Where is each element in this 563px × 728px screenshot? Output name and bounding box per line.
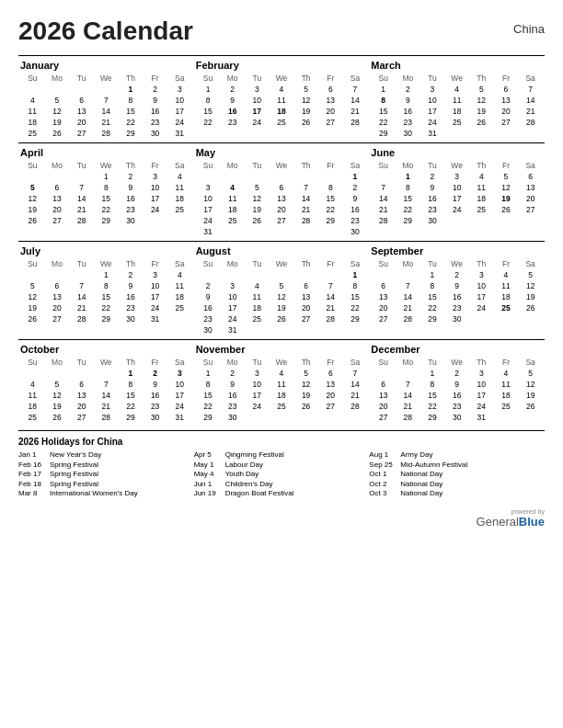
month-october: October SuMoTuWeThFrSa 123 45678910 1112… xyxy=(18,344,194,423)
brand-label: GeneralBlue xyxy=(477,515,545,529)
holidays-col-1: Jan 1New Year's Day Feb 16Spring Festiva… xyxy=(18,450,194,499)
calendars-grid: January SuMoTuWeThFrSa 123 45678910 1112… xyxy=(18,55,545,427)
list-item: Jun 19Dragon Boat Festival xyxy=(194,489,370,497)
months-row-3: July SuMoTuWeThFrSa 1234 567891011 12131… xyxy=(18,241,545,339)
month-april: April SuMoTuWeThFrSa 1234 567891011 1213… xyxy=(18,147,194,237)
list-item: Aug 1Army Day xyxy=(369,450,545,459)
month-august: August SuMoTuWeThFrSa 1 2345678 91011121… xyxy=(194,245,370,336)
months-row-2: April SuMoTuWeThFrSa 1234 567891011 1213… xyxy=(18,142,545,241)
months-row-1: January SuMoTuWeThFrSa 123 45678910 1112… xyxy=(18,55,545,142)
month-may: May SuMoTuWeThFrSa 1 3456782 10111213141… xyxy=(194,147,370,237)
month-november: November SuMoTuWeThFrSa 1234567 89101112… xyxy=(194,344,370,423)
powered-by-label: powered by xyxy=(477,508,545,515)
page-title: 2026 Calendar xyxy=(18,17,193,46)
holidays-col-2: Apr 5Qingming Festival May 1Labour Day M… xyxy=(194,450,370,499)
brand-blue: Blue xyxy=(519,515,545,529)
list-item: Jan 1New Year's Day xyxy=(18,450,194,459)
list-item: Apr 5Qingming Festival xyxy=(194,450,370,459)
month-march: March SuMoTuWeThFrSa 1234567 89101112131… xyxy=(369,60,545,139)
month-january: January SuMoTuWeThFrSa 123 45678910 1112… xyxy=(18,60,194,139)
month-february: February SuMoTuWeThFrSa 1234567 89101112… xyxy=(194,60,370,139)
holidays-col-3: Aug 1Army Day Sep 25Mid-Autumn Festival … xyxy=(369,450,545,499)
list-item: Oct 1National Day xyxy=(369,470,545,478)
holidays-section: 2026 Holidays for China Jan 1New Year's … xyxy=(18,430,545,499)
brand-general: General xyxy=(477,515,519,529)
month-december: December SuMoTuWeThFrSa 12345 6789101112… xyxy=(369,344,545,423)
month-september: September SuMoTuWeThFrSa 12345 678910111… xyxy=(369,245,545,336)
list-item: Jun 1Children's Day xyxy=(194,480,370,488)
list-item: Feb 17Spring Festival xyxy=(18,470,194,478)
country-label: China xyxy=(513,22,545,36)
list-item: Mar 8International Women's Day xyxy=(18,489,194,497)
list-item: Sep 25Mid-Autumn Festival xyxy=(369,461,545,469)
list-item: May 1Labour Day xyxy=(194,461,370,469)
month-june: June SuMoTuWeThFrSa 123456 78910111213 1… xyxy=(369,147,545,237)
list-item: Oct 2National Day xyxy=(369,480,545,488)
list-item: Oct 3National Day xyxy=(369,489,545,497)
holidays-title: 2026 Holidays for China xyxy=(18,437,545,447)
footer: powered by GeneralBlue xyxy=(18,508,545,529)
list-item: May 4Youth Day xyxy=(194,470,370,478)
list-item: Feb 18Spring Festival xyxy=(18,480,194,488)
list-item: Feb 16Spring Festival xyxy=(18,461,194,469)
month-july: July SuMoTuWeThFrSa 1234 567891011 12131… xyxy=(18,245,194,336)
holidays-grid: Jan 1New Year's Day Feb 16Spring Festiva… xyxy=(18,450,545,499)
months-row-4: October SuMoTuWeThFrSa 123 45678910 1112… xyxy=(18,339,545,427)
